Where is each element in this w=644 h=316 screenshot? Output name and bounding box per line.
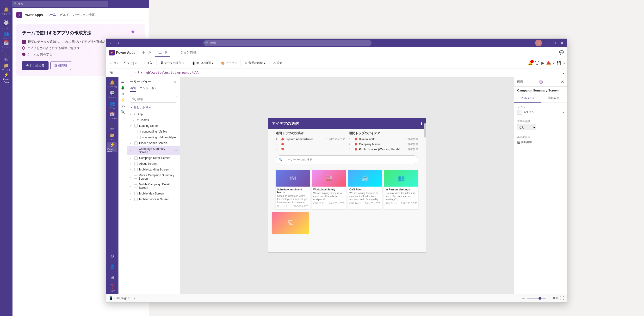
- props-tab-properties[interactable]: プロパティ: [514, 94, 541, 102]
- share-chevron-icon[interactable]: ▾: [553, 61, 554, 65]
- tree-icon[interactable]: 🌲: [120, 85, 125, 90]
- sidebar-icon-activity[interactable]: 🔔 アクティビ ティ: [2, 9, 11, 19]
- toolbar-data-btn[interactable]: 🗄 データの追加 ▾: [158, 60, 186, 66]
- sidebar-icon-teams[interactable]: 👥 チーム: [2, 31, 11, 40]
- comment-icon[interactable]: 💬: [535, 61, 540, 65]
- tree-item-about[interactable]: › About Screen: [127, 161, 180, 167]
- more-icon[interactable]: ···: [174, 148, 177, 153]
- editor-sidebar-apps[interactable]: ⊞: [108, 273, 117, 282]
- editor-search-bar[interactable]: 🔍 検索: [203, 40, 372, 46]
- tree-item-loading[interactable]: ∨ Loading Screen: [127, 123, 180, 129]
- play-icon[interactable]: ▶: [542, 61, 544, 65]
- tree-item-mobile-campaign-detail[interactable]: › Mobile Campaign Detail Screen: [127, 182, 180, 191]
- sidebar-icon-calls[interactable]: 📞 通話: [2, 52, 11, 61]
- sidebar-icon-calendar[interactable]: 📅 カレンダー: [2, 41, 11, 51]
- nav-tab-home[interactable]: ホーム: [139, 48, 154, 57]
- props-close-icon[interactable]: ✕: [561, 79, 564, 84]
- editor-sidebar-powerapps[interactable]: ⚡ Power Apps: [108, 142, 117, 152]
- editor-sidebar-person[interactable]: 👤: [108, 262, 117, 272]
- campaign-card-5[interactable]: 🏗: [272, 212, 309, 234]
- undo-icon[interactable]: ↺: [122, 60, 126, 66]
- bg-tab-build[interactable]: ビルド: [60, 12, 69, 18]
- sidebar-icon-files[interactable]: 📁 ファイル: [2, 62, 11, 72]
- tree-new-button[interactable]: ＋ 新しい演算 ▾: [130, 105, 177, 109]
- screen-checkbox[interactable]: [134, 192, 138, 195]
- background-select[interactable]: なし: [517, 124, 536, 130]
- campaign-card-4[interactable]: 👥 In-Person Meetings Got any ideas for s…: [384, 170, 418, 209]
- formula-value-input[interactable]: [144, 70, 560, 76]
- save-chevron-icon[interactable]: ▾: [563, 61, 565, 65]
- nav-tab-build[interactable]: ビルド: [155, 48, 170, 57]
- props-info-icon[interactable]: ?: [539, 80, 543, 84]
- tree-tab-components[interactable]: コンポーネント: [140, 86, 160, 92]
- tree-item-teams[interactable]: › □ Teams: [127, 117, 180, 123]
- maximize-icon[interactable]: □: [552, 40, 557, 46]
- fill-expand-icon[interactable]: ›: [563, 110, 564, 114]
- zoom-slider[interactable]: [527, 298, 546, 299]
- screen-checkbox[interactable]: [134, 141, 138, 145]
- editor-sidebar-calendar[interactable]: 📅 カレンダー: [108, 111, 117, 120]
- sidebar-icon-chat[interactable]: 💬 チャット: [2, 20, 11, 30]
- screen-checkbox[interactable]: [134, 162, 138, 165]
- toolbar-theme-btn[interactable]: 🎨 テーマ ▾: [219, 60, 238, 66]
- clipboard-icon[interactable]: 📋: [130, 61, 134, 65]
- teams-search-bar[interactable]: 🔍 検索: [12, 1, 108, 7]
- chat-icon[interactable]: 💬: [559, 50, 564, 55]
- user-avatar[interactable]: A: [535, 40, 542, 46]
- tree-item-conloading-visible[interactable]: conLoading_Visible: [127, 129, 180, 134]
- toolbar-bgimage-btn[interactable]: 🖼 背景の画像 ▾: [243, 60, 267, 66]
- clipboard-chevron-icon[interactable]: ▾: [135, 61, 137, 65]
- canvas-scrollbar[interactable]: [424, 118, 426, 252]
- component-checkbox[interactable]: [137, 130, 140, 133]
- tree-item-app[interactable]: › □ App: [127, 111, 180, 117]
- campaign-card-1[interactable]: 🍽 Schedule lunch and learns Schedule lun…: [276, 170, 310, 209]
- editor-sidebar-settings[interactable]: ⚙: [108, 251, 117, 261]
- ellipsis-icon[interactable]: ···: [528, 40, 533, 46]
- toolbar-newscreen-btn[interactable]: 📱 新しい画面 ▾: [190, 60, 215, 66]
- campaign-card-3[interactable]: ☕ Café Food We are looking for ideas to …: [348, 170, 382, 209]
- learn-more-button[interactable]: 詳細情報: [50, 61, 71, 70]
- save-icon[interactable]: 💾: [556, 61, 561, 65]
- formula-property-input[interactable]: [108, 70, 132, 76]
- campaign-card-2[interactable]: 🏭 Workplace Safety We are looking for id…: [312, 170, 346, 209]
- editor-sidebar-calls[interactable]: 📞 通話: [108, 121, 117, 131]
- tree-tab-screens[interactable]: 画面: [130, 86, 136, 92]
- screen-checkbox[interactable]: [134, 149, 138, 152]
- formula-expand-icon[interactable]: ∨: [562, 70, 565, 75]
- tree-item-mobile-success[interactable]: › Mobile Success Screen: [127, 196, 180, 202]
- screen-checkbox[interactable]: [134, 198, 138, 201]
- fullscreen-icon[interactable]: ⛶: [560, 296, 564, 301]
- toolbar-settings-btn[interactable]: ⚙ 設定: [271, 60, 284, 66]
- share-icon[interactable]: 📤: [546, 61, 551, 65]
- screen-checkbox[interactable]: [134, 156, 138, 160]
- notification-icon[interactable]: 🔔1: [528, 61, 533, 65]
- toolbar-insert-btn[interactable]: ＋ 挿入: [141, 60, 154, 66]
- powerapps-strip-icon[interactable]: ⚡: [120, 98, 125, 102]
- minimize-icon[interactable]: —: [544, 40, 550, 46]
- screen-checkbox[interactable]: [134, 124, 138, 127]
- screen-checkbox[interactable]: [134, 175, 137, 179]
- sidebar-icon-powerapps[interactable]: ⚡ Power Apps: [2, 73, 11, 83]
- tree-item-conloading-helper[interactable]: conLoading_HiddenHelper: [127, 134, 180, 140]
- search-strip-icon[interactable]: 🔍: [121, 110, 125, 114]
- bg-tab-home[interactable]: ホーム: [46, 11, 56, 18]
- nav-forward-icon[interactable]: ›: [116, 40, 121, 46]
- tree-item-hidden-admin[interactable]: › Hidden Admin Screen: [127, 140, 180, 146]
- undo-chevron-icon[interactable]: ▾: [127, 61, 129, 65]
- component-icon[interactable]: {x}: [121, 104, 124, 108]
- tree-item-mobile-idea[interactable]: › Mobile Idea Screen: [127, 191, 180, 196]
- campaign-search-bar[interactable]: 🔍 キャンペーンの検索: [276, 155, 418, 164]
- props-tab-advanced[interactable]: 詳細設定: [541, 94, 567, 102]
- editor-sidebar-help[interactable]: ❓ ヘルプ: [108, 283, 117, 293]
- tree-search[interactable]: 🔍 検索: [130, 96, 177, 102]
- close-icon[interactable]: ✕: [559, 40, 565, 46]
- fill-color-swatch[interactable]: [517, 110, 522, 115]
- info-icon[interactable]: ℹ: [421, 121, 422, 126]
- tree-item-mobile-landing[interactable]: › Mobile Landing Screen: [127, 167, 180, 172]
- editor-sidebar-files[interactable]: 📁 ファイル: [108, 132, 117, 141]
- tree-close-icon[interactable]: ✕: [174, 80, 177, 84]
- nav-tab-version[interactable]: バージョン情報: [171, 48, 199, 57]
- tree-item-campaign-summary[interactable]: › Campaign Summary Screen ···: [127, 146, 180, 155]
- add-icon[interactable]: ⊕: [121, 92, 124, 96]
- get-started-button[interactable]: 今すぐ始める: [22, 61, 48, 70]
